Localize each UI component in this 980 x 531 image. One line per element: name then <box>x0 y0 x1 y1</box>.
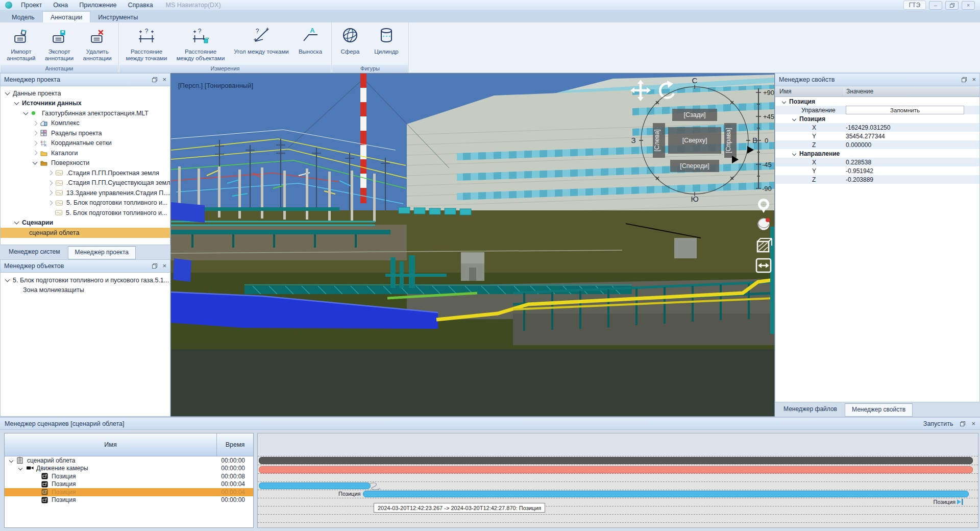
remember-button[interactable]: Запомнить <box>846 106 964 114</box>
float-panel-icon[interactable] <box>152 263 157 269</box>
import-annotations-button[interactable]: Импорт аннотаций <box>2 24 40 65</box>
chevron-down-icon[interactable] <box>23 110 29 115</box>
view-front-button[interactable]: [Спереди] <box>680 162 709 170</box>
chevron-right-icon[interactable] <box>33 151 38 156</box>
3d-viewport[interactable]: [Персп.] [Тонированный] С <box>170 73 775 417</box>
view-back-button[interactable]: [Сзади] <box>684 111 706 118</box>
scenario-row[interactable]: Позиция 00:00:08 <box>5 472 253 480</box>
tree-item[interactable]: .Стадия П.ГП.Существующая земля <box>1 178 170 188</box>
tab-model[interactable]: Модель <box>4 12 42 22</box>
tab-system-manager[interactable]: Менеджер систем <box>2 246 67 259</box>
float-panel-icon[interactable] <box>152 77 157 82</box>
close-panel-icon[interactable]: × <box>162 263 166 269</box>
chevron-down-icon[interactable] <box>9 458 13 463</box>
sphere-button[interactable]: Сфера <box>334 24 366 65</box>
timeline-ruler[interactable] <box>258 433 978 456</box>
float-panel-icon[interactable] <box>962 77 967 82</box>
float-panel-icon[interactable] <box>960 421 965 426</box>
compass-north-label[interactable]: С <box>692 76 698 85</box>
tree-item[interactable]: 5. Блок подготовки топливного и... <box>1 198 170 208</box>
tab-properties-manager[interactable]: Менеджер свойств <box>845 403 913 417</box>
tree-item[interactable]: 1АКоординатные сетки <box>1 138 170 149</box>
menu-help[interactable]: Справка <box>122 1 159 10</box>
scenario-row[interactable]: сценарий облета 00:00:00 <box>5 456 253 465</box>
tab-project-manager[interactable]: Менеджер проекта <box>68 246 136 259</box>
menu-project[interactable]: Проект <box>15 1 47 10</box>
chevron-down-icon[interactable] <box>14 220 19 225</box>
property-group-row[interactable]: Направление <box>775 149 979 158</box>
timeline-bar-position-1[interactable] <box>259 482 371 489</box>
tilt-marker-icon[interactable] <box>747 146 754 154</box>
scenario-row-selected[interactable]: Позиция 00:00:04 <box>5 488 253 496</box>
property-value[interactable]: -162429.031250 <box>844 124 979 131</box>
distance-between-points-button[interactable]: ? Расстояние между точками <box>121 24 172 65</box>
tree-item[interactable]: Зона молниезащиты <box>1 285 170 296</box>
property-value[interactable]: -0.951942 <box>844 167 979 175</box>
distance-between-objects-button[interactable]: ? Расстояние между объектами <box>172 24 229 65</box>
chevron-down-icon[interactable] <box>5 90 10 95</box>
property-row[interactable]: X 0.228538 <box>775 158 979 166</box>
tree-item[interactable]: 5. Блок подготовки топливного и... <box>1 208 170 218</box>
tab-tools[interactable]: Инструменты <box>90 12 145 22</box>
run-button[interactable]: Запустить <box>923 420 953 427</box>
close-panel-icon[interactable]: × <box>972 77 976 82</box>
chevron-down-icon[interactable] <box>792 116 796 120</box>
close-panel-icon[interactable]: × <box>971 420 975 427</box>
scenario-row[interactable]: Движение камеры 00:00:00 <box>5 465 253 473</box>
tree-item[interactable]: Разделы проекта <box>1 128 170 138</box>
close-panel-icon[interactable]: × <box>162 77 166 82</box>
chevron-right-icon[interactable] <box>48 200 53 205</box>
scenario-row[interactable]: Позиция 00:00:00 <box>5 496 253 504</box>
tab-file-manager[interactable]: Менеджер файлов <box>777 403 844 417</box>
orbit-icon[interactable] <box>758 218 770 230</box>
chevron-right-icon[interactable] <box>48 180 53 185</box>
chevron-down-icon[interactable] <box>18 466 22 470</box>
menu-application[interactable]: Приложение <box>74 1 122 10</box>
tree-item[interactable]: Поверхности <box>1 158 170 168</box>
tree-item-selected[interactable]: сценарий облета <box>1 228 170 238</box>
view-left-button[interactable]: [Слева] <box>653 129 660 152</box>
cube-icon[interactable] <box>757 238 772 252</box>
chevron-down-icon[interactable] <box>33 160 38 165</box>
pin-icon[interactable] <box>760 200 768 213</box>
timeline-bar-camera[interactable] <box>259 466 973 473</box>
fit-width-icon[interactable] <box>756 259 771 272</box>
menu-windows[interactable]: Окна <box>47 1 74 10</box>
column-value[interactable]: Значение <box>844 88 873 95</box>
view-right-button[interactable]: [Справа] <box>725 128 732 153</box>
tree-item[interactable]: Газотурбинная электростанция.MLT <box>1 108 170 118</box>
cylinder-button[interactable]: Цилиндр <box>366 24 406 65</box>
chevron-down-icon[interactable] <box>782 99 786 103</box>
property-value[interactable]: -0.203889 <box>844 176 979 183</box>
property-row[interactable]: Z 0.000000 <box>775 140 979 149</box>
timeline-bar-scenario[interactable] <box>259 457 973 464</box>
compass-west-label[interactable]: З <box>631 136 635 144</box>
compass-south-label[interactable]: Ю <box>691 195 698 203</box>
delete-annotations-button[interactable]: Удалить аннотации <box>78 24 116 65</box>
minimize-button[interactable]: – <box>929 1 942 10</box>
restore-button[interactable] <box>945 1 959 10</box>
property-row[interactable]: Управление Запомнить <box>775 106 979 114</box>
chevron-right-icon[interactable] <box>48 171 53 176</box>
callout-button[interactable]: А Выноска <box>293 24 327 65</box>
timeline-end-marker[interactable]: Позиция <box>934 499 964 505</box>
property-group-row[interactable]: Позиция <box>775 97 979 106</box>
scenario-row[interactable]: Позиция 00:00:04 <box>5 480 253 489</box>
column-name[interactable]: Имя <box>775 88 844 95</box>
tree-item[interactable]: 13.Здание управления.Стадия П..... <box>1 188 170 198</box>
column-time[interactable]: Время <box>217 433 253 456</box>
chevron-right-icon[interactable] <box>48 190 53 196</box>
property-value[interactable]: 0.000000 <box>844 141 979 149</box>
tree-item[interactable]: Источники данных <box>1 99 170 109</box>
timeline[interactable]: Позиция Позиция 2024-03-20T12:42:23.267 … <box>257 433 978 528</box>
chevron-down-icon[interactable] <box>14 100 19 105</box>
property-row[interactable]: Z -0.203889 <box>775 175 979 184</box>
chevron-down-icon[interactable] <box>5 277 10 282</box>
property-group-row[interactable]: Позиция <box>775 114 979 123</box>
export-annotations-button[interactable]: Экспорт аннотации <box>40 24 79 65</box>
profile-button[interactable]: ГТЭ <box>903 1 926 10</box>
tree-item[interactable]: Данные проекта <box>1 88 170 99</box>
timeline-bar-position-2[interactable] <box>363 491 969 497</box>
property-value[interactable]: 0.228538 <box>844 159 979 166</box>
property-row[interactable]: Y 35454.277344 <box>775 132 979 140</box>
